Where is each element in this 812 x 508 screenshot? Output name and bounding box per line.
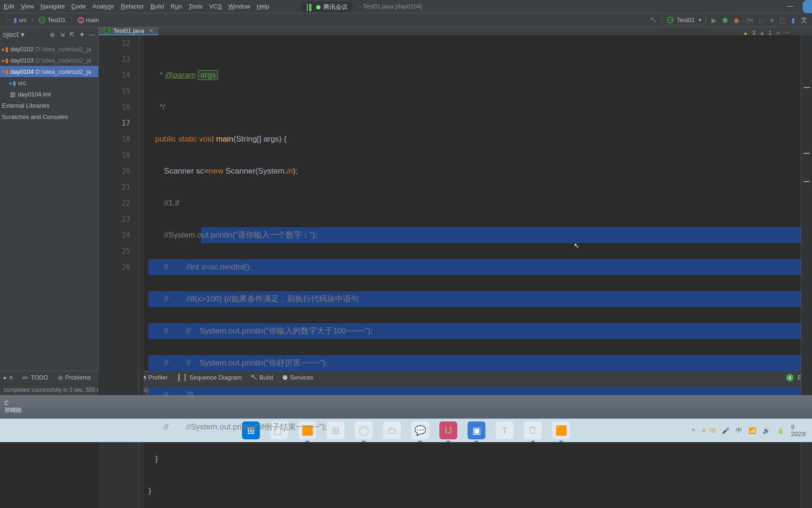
profile-avatar[interactable] bbox=[803, 0, 812, 13]
profile-button[interactable]: ◔▾ bbox=[745, 16, 754, 24]
taskbar-app-2[interactable]: ⊞ bbox=[327, 421, 344, 439]
tray-battery-icon[interactable]: 🔋 bbox=[777, 427, 784, 434]
meeting-icon: ┃▌ bbox=[305, 4, 313, 11]
editor: C Test01.java ✕ 12 13 14 15 16 17 18 19 … bbox=[99, 27, 812, 371]
menu-navigate[interactable]: Navigate bbox=[40, 3, 64, 10]
prev-highlight-icon[interactable]: ㅅ bbox=[775, 25, 781, 41]
menu-window[interactable]: Window bbox=[228, 3, 250, 10]
tray-temperature[interactable]: ☀ 78 bbox=[701, 427, 715, 434]
stop-button[interactable]: ■ bbox=[770, 16, 774, 24]
tab-label: Test01.java bbox=[113, 27, 144, 34]
taskbar-app-9[interactable]: 🟧 bbox=[552, 421, 570, 439]
tree-node-iml[interactable]: ▥day0104.iml bbox=[0, 88, 98, 100]
taskbar-explorer[interactable]: 🗀 bbox=[383, 421, 401, 439]
weak-warning-icon: ▲ bbox=[759, 25, 765, 41]
code-with-me-icon[interactable]: ⬚ bbox=[780, 16, 786, 24]
next-highlight-icon[interactable]: ﹀ bbox=[785, 25, 790, 41]
chevron-down-icon: ▼ bbox=[698, 17, 703, 23]
hide-icon[interactable]: — bbox=[89, 31, 95, 38]
tree-node-src[interactable]: ▸▮src bbox=[0, 77, 98, 88]
menu-refactor[interactable]: Refactor bbox=[121, 3, 144, 10]
menu-tools[interactable]: Tools bbox=[188, 3, 203, 10]
tree-node-external-libraries[interactable]: External Libraries bbox=[0, 100, 98, 111]
settings-icon[interactable]: ✷ bbox=[79, 31, 85, 38]
tray-clock[interactable]: 92023/ bbox=[791, 423, 806, 437]
breadcrumb-src[interactable]: ▮src bbox=[14, 16, 27, 24]
tray-wifi-icon[interactable]: 📶 bbox=[749, 427, 756, 434]
tray-volume-icon[interactable]: 🔊 bbox=[763, 427, 770, 434]
tab-todo[interactable]: ≔ TODO bbox=[22, 374, 48, 381]
menu-run[interactable]: Run bbox=[171, 3, 182, 10]
recording-dot-icon bbox=[316, 5, 320, 9]
attach-button[interactable]: ▷ bbox=[759, 16, 765, 24]
minimize-button[interactable]: — bbox=[787, 2, 794, 9]
tab-problems[interactable]: ⊘ Problems bbox=[58, 374, 91, 381]
tab-run[interactable]: ▸ n bbox=[4, 374, 13, 381]
desktop-weather-widget[interactable]: C 部晴朗 bbox=[0, 395, 812, 419]
tray-chevron-icon[interactable]: ^ bbox=[692, 427, 695, 434]
warning-icon: ▲ bbox=[743, 25, 749, 41]
menu-help[interactable]: Help bbox=[257, 3, 269, 10]
tree-node-day0104[interactable]: ▾▮day0104 D:\idea_code\sd2_ja bbox=[0, 66, 98, 77]
menu-edit[interactable]: Edit bbox=[4, 3, 14, 10]
tab-test01[interactable]: C Test01.java ✕ bbox=[99, 27, 158, 35]
window-title: - Test01.java [day0104] bbox=[359, 3, 422, 10]
menu-code[interactable]: Code bbox=[71, 3, 86, 10]
project-label: oject ▾ bbox=[3, 30, 24, 39]
debug-button[interactable]: ⬢ bbox=[722, 16, 728, 24]
tray-mic-icon[interactable]: 🎤 bbox=[722, 427, 729, 434]
run-button[interactable]: ▶ bbox=[711, 16, 717, 24]
run-configuration-selector[interactable]: CTest01▼ bbox=[662, 15, 705, 25]
taskbar-intellij[interactable]: IJ bbox=[439, 421, 457, 439]
taskbar-typora[interactable]: T bbox=[496, 421, 514, 439]
breadcrumb-class[interactable]: CTest01 bbox=[39, 16, 65, 24]
taskbar-notepad[interactable]: 🗒 bbox=[524, 421, 542, 439]
menu-vcs[interactable]: VCS bbox=[209, 3, 222, 10]
build-button[interactable]: ⛏ bbox=[650, 16, 657, 24]
taskbar-chrome[interactable]: ◯ bbox=[355, 421, 373, 439]
tree-node-day0103[interactable]: ▸▮day0103 D:\idea_code\sd2_ja bbox=[0, 55, 98, 66]
system-tray: ^ ☀ 78 🎤 中 📶 🔊 🔋 92023/ bbox=[692, 423, 806, 437]
navigation-bar: 〉 ▮src 〉 CTest01 〉 mmain ⛏ CTest01▼ ▶ ⬢ … bbox=[0, 13, 812, 27]
tray-ime[interactable]: 中 bbox=[736, 426, 742, 435]
windows-taskbar: ⊞ ▢▫ 🟧 ⊞ ◯ 🗀 💬 IJ ▣ T 🗒 🟧 ^ ☀ 78 🎤 中 📶 🔊… bbox=[0, 419, 812, 442]
inspection-widget[interactable]: ▲3 ▲1 ㅅ ﹀ bbox=[743, 25, 790, 41]
taskbar-wechat[interactable]: 💬 bbox=[411, 421, 429, 439]
breadcrumb-method[interactable]: mmain bbox=[78, 16, 99, 24]
meeting-overlay[interactable]: ┃▌ 腾讯会议 bbox=[301, 2, 352, 12]
taskbar-meeting[interactable]: ▣ bbox=[468, 421, 485, 439]
project-header: oject ▾ ⊕ ⇲ ⇱ ✷ — bbox=[0, 27, 98, 41]
project-tool-window: oject ▾ ⊕ ⇲ ⇱ ✷ — ▸▮day0102 D:\idea_code… bbox=[0, 27, 99, 371]
meeting-name: 腾讯会议 bbox=[323, 3, 348, 11]
expand-icon[interactable]: ⇲ bbox=[60, 31, 65, 38]
tree-node-scratches[interactable]: Scratches and Consoles bbox=[0, 111, 98, 122]
menu-view[interactable]: View bbox=[21, 3, 34, 10]
coverage-button[interactable]: ◉ bbox=[734, 16, 739, 24]
locate-icon[interactable]: ⊕ bbox=[50, 31, 55, 38]
project-tree[interactable]: ▸▮day0102 D:\idea_code\sd2_ja ▸▮day0103 … bbox=[0, 41, 98, 371]
collapse-icon[interactable]: ⇱ bbox=[70, 31, 75, 38]
search-everywhere-icon[interactable]: ▮ bbox=[791, 16, 795, 24]
tree-node-day0102[interactable]: ▸▮day0102 D:\idea_code\sd2_ja bbox=[0, 43, 98, 55]
editor-tabs: C Test01.java ✕ bbox=[99, 27, 812, 35]
menu-analyze[interactable]: Analyze bbox=[93, 3, 114, 10]
menu-build[interactable]: Build bbox=[150, 3, 164, 10]
ide-settings-icon[interactable]: 文 bbox=[801, 16, 807, 24]
close-tab-icon[interactable]: ✕ bbox=[149, 28, 153, 34]
class-icon: C bbox=[103, 27, 110, 34]
